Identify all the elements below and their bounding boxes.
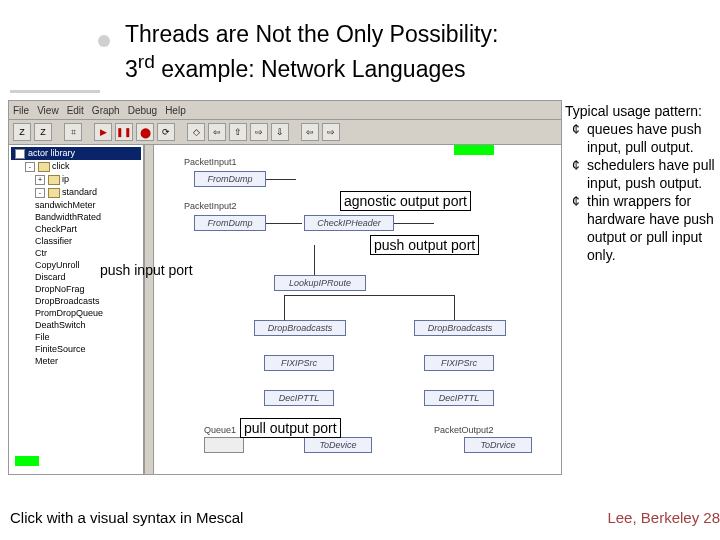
tree-item[interactable]: PromDropQueue [11, 307, 141, 319]
node-fixipsrc[interactable]: FIXIPSrc [424, 355, 494, 371]
tree-item[interactable]: File [11, 331, 141, 343]
tree-root[interactable]: -actor library [11, 147, 141, 160]
folder-icon [48, 188, 60, 198]
expand-icon[interactable]: - [15, 149, 25, 159]
step-icon[interactable]: ⟳ [157, 123, 175, 141]
node-fixipsrc[interactable]: FIXIPSrc [264, 355, 334, 371]
node-dropbroadcasts[interactable]: DropBroadcasts [414, 320, 506, 336]
grid-icon[interactable]: ⌗ [64, 123, 82, 141]
expand-icon[interactable]: - [25, 162, 35, 172]
bullet-queues: ¢ queues have push input, pull output. [565, 120, 718, 156]
usage-header: Typical usage pattern: [565, 102, 718, 120]
slide-title: Threads are Not the Only Possibility: 3r… [125, 20, 680, 83]
bullet-icon: ¢ [565, 192, 587, 264]
menu-help[interactable]: Help [165, 105, 186, 116]
tree-item[interactable]: DropNoFrag [11, 283, 141, 295]
menu-graph[interactable]: Graph [92, 105, 120, 116]
decorative-dot [98, 35, 110, 47]
forward-icon[interactable]: ⇨ [322, 123, 340, 141]
node-dropbroadcasts[interactable]: DropBroadcasts [254, 320, 346, 336]
node-checkipheader[interactable]: CheckIPHeader [304, 215, 394, 231]
node-lookupiproute[interactable]: LookupIPRoute [274, 275, 366, 291]
node-label: PacketInput1 [184, 157, 237, 167]
highlight [454, 145, 494, 155]
nav-diamond-icon[interactable]: ◇ [187, 123, 205, 141]
splitter[interactable] [144, 145, 154, 475]
bullet-schedulers: ¢ schedulers have pull input, push outpu… [565, 156, 718, 192]
pause-icon[interactable]: ❚❚ [115, 123, 133, 141]
bullet-icon: ¢ [565, 120, 587, 156]
tree-click[interactable]: -click [11, 160, 141, 173]
folder-icon [48, 175, 60, 185]
tree-item[interactable]: CheckPart [11, 223, 141, 235]
expand-icon[interactable]: - [35, 188, 45, 198]
tree-item[interactable]: Classifier [11, 235, 141, 247]
nav-down-icon[interactable]: ⇩ [271, 123, 289, 141]
folder-icon [38, 162, 50, 172]
usage-pattern-text: Typical usage pattern: ¢ queues have pus… [565, 102, 718, 264]
menu-file[interactable]: File [13, 105, 29, 116]
expand-icon[interactable]: + [35, 175, 45, 185]
tree-item[interactable]: FiniteSource [11, 343, 141, 355]
tree-item[interactable]: Ctr [11, 247, 141, 259]
toolbar: Z Z ⌗ ▶ ❚❚ ⬤ ⟳ ◇ ⇦ ⇧ ⇨ ⇩ ⇦ ⇨ [9, 120, 561, 145]
actor-library-tree[interactable]: -actor library -click +ip -standard sand… [9, 145, 144, 475]
callout-push-output: push output port [370, 237, 479, 253]
menu-edit[interactable]: Edit [67, 105, 84, 116]
tree-item[interactable]: sandwichMeter [11, 199, 141, 211]
nav-left-icon[interactable]: ⇦ [208, 123, 226, 141]
node-todevice[interactable]: ToDevice [304, 437, 372, 453]
title-line-2: 3rd example: Network Languages [125, 48, 680, 83]
nav-right-icon[interactable]: ⇨ [250, 123, 268, 141]
node-label: Queue1 [204, 425, 236, 435]
node-fromdump1[interactable]: FromDump [194, 171, 266, 187]
callout-agnostic-port: agnostic output port [340, 193, 471, 209]
stop-icon[interactable]: ⬤ [136, 123, 154, 141]
node-todevice2[interactable]: ToDrvice [464, 437, 532, 453]
node-queue1[interactable] [204, 437, 244, 453]
tree-item[interactable]: Meter [11, 355, 141, 367]
node-label: PacketOutput2 [434, 425, 494, 435]
bullet-wrappers: ¢ thin wrappers for hardware have push o… [565, 192, 718, 264]
back-icon[interactable]: ⇦ [301, 123, 319, 141]
slide-caption: Click with a visual syntax in Mescal [10, 509, 243, 526]
menu-bar: File View Edit Graph Debug Help [9, 101, 561, 120]
node-label: PacketInput2 [184, 201, 237, 211]
node-fromdump2[interactable]: FromDump [194, 215, 266, 231]
menu-debug[interactable]: Debug [128, 105, 157, 116]
slide-footer: Lee, Berkeley 28 [607, 509, 720, 526]
menu-view[interactable]: View [37, 105, 59, 116]
tree-standard[interactable]: -standard [11, 186, 141, 199]
tree-ip[interactable]: +ip [11, 173, 141, 186]
title-line-1: Threads are Not the Only Possibility: [125, 20, 680, 48]
callout-push-input: push input port [100, 262, 193, 278]
tree-item[interactable]: DropBroadcasts [11, 295, 141, 307]
play-icon[interactable]: ▶ [94, 123, 112, 141]
tree-item[interactable]: DeathSwitch [11, 319, 141, 331]
node-decipttl[interactable]: DecIPTTL [264, 390, 334, 406]
green-swatch [15, 456, 39, 466]
zoom-in-icon[interactable]: Z [13, 123, 31, 141]
zoom-out-icon[interactable]: Z [34, 123, 52, 141]
bullet-icon: ¢ [565, 156, 587, 192]
tree-item[interactable]: BandwidthRated [11, 211, 141, 223]
nav-up-icon[interactable]: ⇧ [229, 123, 247, 141]
callout-pull-output: pull output port [240, 420, 341, 436]
node-decipttl[interactable]: DecIPTTL [424, 390, 494, 406]
decorative-bar [10, 90, 100, 93]
